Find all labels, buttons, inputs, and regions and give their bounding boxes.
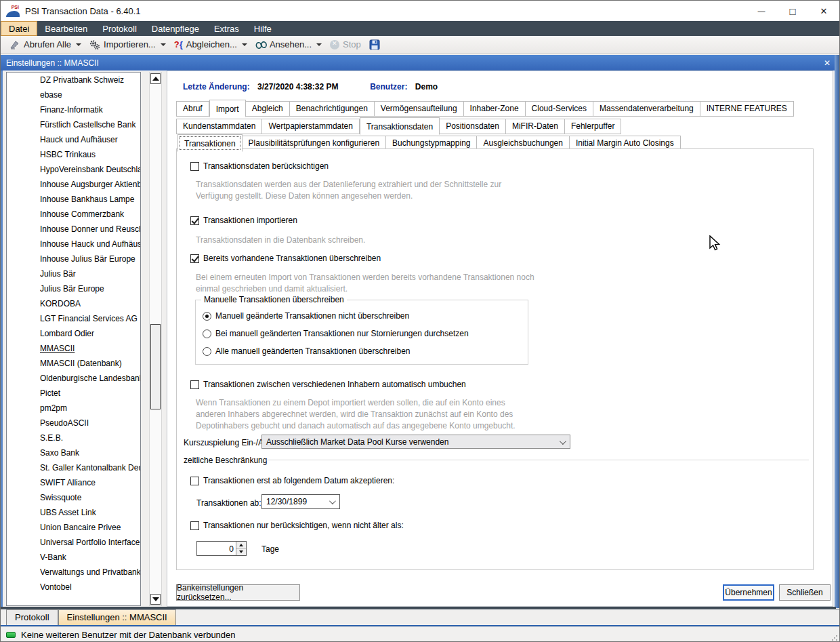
menu-item[interactable]: Datenpflege <box>144 21 207 36</box>
tab-level1[interactable]: Benachrichtigungen <box>290 101 375 117</box>
chevron-down-icon[interactable] <box>161 43 166 46</box>
fetch-all-button[interactable]: Abrufen Alle <box>6 38 85 52</box>
bank-tree-item[interactable]: S.E.B. <box>7 430 140 445</box>
tab-level2[interactable]: Positionsdaten <box>440 119 506 134</box>
transactions-from-date-picker[interactable]: 12/30/1899 <box>261 494 340 509</box>
checkbox-checked-icon[interactable] <box>190 216 199 225</box>
apply-button[interactable]: Übernehmen <box>723 584 774 601</box>
bank-tree-item[interactable]: SWIFT Alliance <box>7 475 140 490</box>
bank-tree-item[interactable]: ebase <box>7 87 140 102</box>
tree-scrollbar[interactable] <box>149 72 162 606</box>
radio-icon[interactable] <box>203 329 211 338</box>
bank-tree-item[interactable]: St. Galler Kantonalbank Deu... <box>7 460 140 475</box>
max-age-checkbox[interactable]: Transaktionen nur berücksichtigen, wenn … <box>190 521 404 530</box>
close-button[interactable] <box>808 1 839 21</box>
tab-level3[interactable]: Transaktionen <box>177 134 243 152</box>
bank-tree-item[interactable]: Saxo Bank <box>7 445 140 460</box>
max-age-stepper[interactable]: 0 <box>196 541 247 556</box>
manual-overwrite-option[interactable]: Bei manuell geänderten Transaktionen nur… <box>203 329 469 338</box>
settings-window-titlebar[interactable]: Einstellungen :: MMASCII <box>1 55 836 71</box>
tab-level1[interactable]: Abgleich <box>246 101 290 117</box>
radio-icon[interactable] <box>203 347 211 356</box>
bank-tree-item[interactable]: Inhouse Commerzbank <box>7 207 140 222</box>
bank-tree-item[interactable]: HSBC Trinkaus <box>7 147 140 162</box>
bank-tree-item[interactable]: HypoVereinsbank Deutschland <box>7 162 140 177</box>
maximize-button[interactable] <box>777 1 808 21</box>
bank-tree-item[interactable]: Inhouse Julius Bär Europe <box>7 252 140 266</box>
checkbox-icon[interactable] <box>190 162 199 171</box>
bank-tree-item[interactable]: Universal Portfolio Interface <box>7 535 140 550</box>
bank-tree-item[interactable]: Inhouse Donner und Reuschel <box>7 222 140 237</box>
tab-level1[interactable]: Abruf <box>176 101 209 117</box>
scroll-up-icon[interactable] <box>150 73 161 84</box>
auto-rebook-checkbox[interactable]: Transaktionen zwischen verschiedenen Inh… <box>190 380 466 389</box>
reconcile-button[interactable]: ?{ Abgleichen... <box>171 38 251 52</box>
stepper-up-icon[interactable] <box>236 542 246 549</box>
chevron-down-icon[interactable] <box>316 43 322 46</box>
tab-level1[interactable]: Vermögensaufteilung <box>375 101 464 117</box>
bank-tree-item[interactable]: MMASCII (Datenbank) <box>7 356 140 371</box>
bank-tree-item[interactable]: PseudoASCII <box>7 416 140 430</box>
bank-tree-item[interactable]: Julius Bär Europe <box>7 281 140 296</box>
checkbox-icon[interactable] <box>190 521 199 530</box>
stepper-down-icon[interactable] <box>236 549 246 556</box>
bank-tree-item[interactable]: Oldenburgische Landesbank ... <box>7 371 140 386</box>
chevron-down-icon[interactable] <box>76 43 81 46</box>
manual-overwrite-option[interactable]: Alle manuell geänderten Transaktionen üb… <box>203 346 411 356</box>
bank-tree-item[interactable]: Julius Bär <box>7 266 140 281</box>
overwrite-existing-checkbox[interactable]: Bereits vorhandene Transaktionen übersch… <box>190 254 381 263</box>
manual-overwrite-option[interactable]: Manuell geänderte Transaktionen nicht üb… <box>203 311 409 321</box>
tab-level2[interactable]: Kundenstammdaten <box>176 119 262 134</box>
bank-tree-item[interactable]: Inhouse Bankhaus Lampe <box>7 192 140 207</box>
menu-item[interactable]: Protokoll <box>95 21 144 36</box>
consider-transactions-checkbox[interactable]: Transaktionsdaten berücksichtigen <box>190 161 329 171</box>
tab-level1[interactable]: Massendatenverarbeitung <box>593 101 700 117</box>
bank-tree-item[interactable]: Verwaltungs und Privatbank ... <box>7 565 140 580</box>
menu-item[interactable]: Hilfe <box>247 21 279 36</box>
chevron-down-icon[interactable] <box>242 43 247 46</box>
bank-tree-item[interactable]: Lombard Odier <box>7 326 140 341</box>
bank-tree-item[interactable]: KORDOBA <box>7 296 140 311</box>
tab-level2[interactable]: Transaktionsdaten <box>360 117 440 135</box>
reset-bank-settings-button[interactable]: Bankeinstellungen zurücksetzen... <box>176 584 300 601</box>
bank-tree-item[interactable]: Vontobel <box>7 580 140 595</box>
tab-level2[interactable]: MiFIR-Daten <box>506 119 565 134</box>
view-button[interactable]: Ansehen... <box>252 38 325 52</box>
minimize-button[interactable] <box>746 1 777 21</box>
price-feed-select[interactable]: Ausschließlich Market Data Pool Kurse ve… <box>261 435 570 449</box>
menu-item[interactable]: Datei <box>1 21 37 36</box>
bank-tree-item[interactable]: UBS Asset Link <box>7 505 140 520</box>
resize-grip[interactable] <box>831 635 838 641</box>
scroll-down-icon[interactable] <box>150 594 161 605</box>
bank-tree-item[interactable]: Inhouse Hauck und Aufhäuser <box>7 237 140 252</box>
bank-tree-item[interactable]: Swissquote <box>7 490 140 505</box>
tab-level1[interactable]: Cloud-Services <box>526 101 593 117</box>
bank-tree-item[interactable]: Finanz-Informatik <box>7 102 140 117</box>
bank-tree-item[interactable]: DZ Privatbank Schweiz <box>7 73 140 87</box>
tab-level1[interactable]: Inhaber-Zone <box>464 101 526 117</box>
scrollbar-thumb[interactable] <box>150 324 161 409</box>
tab-level2[interactable]: Wertpapierstammdaten <box>262 119 360 134</box>
menu-item[interactable]: Extras <box>207 21 247 36</box>
tab-level1[interactable]: INTERNE FEATURES <box>700 101 794 117</box>
bank-tree-item[interactable]: V-Bank <box>7 550 140 565</box>
bank-tree-item[interactable]: Fürstlich Castellsche Bank <box>7 117 140 132</box>
save-button[interactable] <box>366 38 383 52</box>
checkbox-icon[interactable] <box>190 477 199 485</box>
checkbox-checked-icon[interactable] <box>190 254 199 263</box>
bottom-tab[interactable]: Protokoll <box>6 609 58 625</box>
bank-tree-item[interactable]: Pictet <box>7 386 140 401</box>
bank-tree-item[interactable]: pm2pm <box>7 401 140 416</box>
bottom-tab[interactable]: Einstellungen :: MMASCII <box>58 609 176 625</box>
import-button[interactable]: Importieren... <box>86 38 169 52</box>
accept-from-date-checkbox[interactable]: Transaktionen erst ab folgendem Datum ak… <box>190 476 394 485</box>
radio-icon[interactable] <box>203 312 211 321</box>
bank-tree-item[interactable]: LGT Financial Services AG <box>7 311 140 326</box>
settings-close-icon[interactable] <box>824 58 831 68</box>
checkbox-icon[interactable] <box>190 380 199 389</box>
import-transactions-checkbox[interactable]: Transaktionen importieren <box>190 216 297 225</box>
max-age-value[interactable]: 0 <box>197 542 236 555</box>
bank-tree-item[interactable]: Hauck und Aufhäuser <box>7 132 140 147</box>
bank-tree-item[interactable]: Union Bancaire Privee <box>7 520 140 535</box>
menu-item[interactable]: Bearbeiten <box>37 21 95 36</box>
